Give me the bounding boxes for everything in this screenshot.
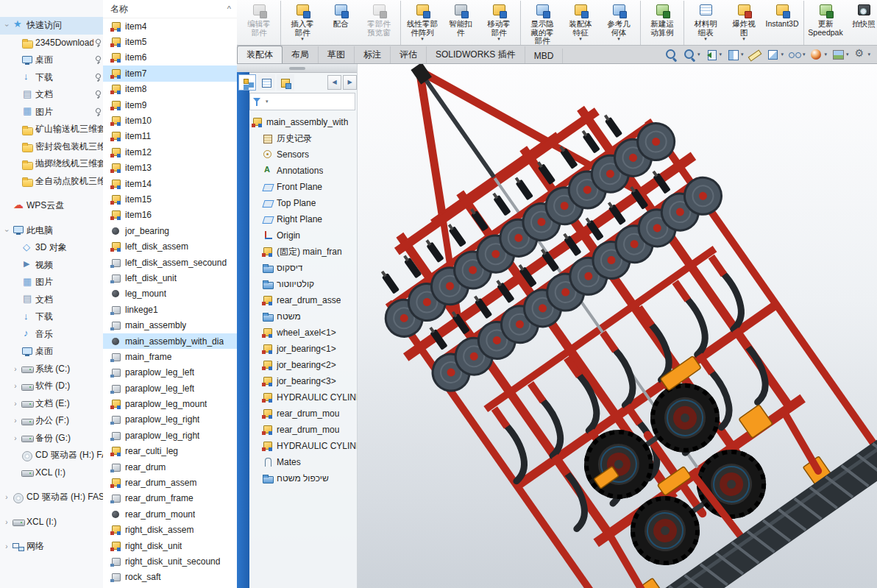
file-row[interactable]: right_disk_unit <box>103 538 237 553</box>
file-row[interactable]: paraplow_leg_left <box>103 380 237 396</box>
file-list-header[interactable]: 名称 ^ <box>103 0 237 18</box>
feature-tree-item[interactable]: ▸ Right Plane <box>249 211 357 227</box>
sort-indicator-icon[interactable]: ^ <box>227 4 231 13</box>
feature-tree-item[interactable]: ▸ jor_bearing<1> <box>249 341 357 357</box>
feature-tree-item[interactable]: ▸ Mates <box>249 454 357 470</box>
file-row[interactable]: item11 <box>103 129 237 144</box>
file-row[interactable]: item12 <box>103 144 237 160</box>
sidebar-item[interactable]: 图片 <box>0 104 103 121</box>
sidebar-item[interactable]: WPS云盘 <box>0 197 103 215</box>
file-row[interactable]: rear_drum <box>103 459 237 475</box>
file-row[interactable]: linkege1 <box>103 302 237 317</box>
expand-chevron-icon[interactable]: › <box>12 434 19 442</box>
headsup-button[interactable]: ▾ <box>807 48 829 62</box>
file-row[interactable]: item13 <box>103 160 237 176</box>
feature-tree-item[interactable]: ▸ (固定) main_fran <box>249 244 357 260</box>
feature-tree-item[interactable]: ▸ rear_drum_asse <box>249 292 357 308</box>
sidebar-item[interactable]: › 备份 (G:) <box>0 430 103 447</box>
sidebar-item[interactable]: 桌面 <box>0 52 103 69</box>
file-row[interactable]: soil <box>103 585 237 588</box>
sidebar-item[interactable]: › 软件 (D:) <box>0 378 103 395</box>
feature-tree-item[interactable]: ▸ Origin <box>249 227 357 244</box>
headsup-button[interactable]: ▾ <box>829 48 851 62</box>
sidebar-item[interactable]: 密封袋包装机三维 <box>0 138 103 156</box>
toolbar-button[interactable]: Instant3D ▾ <box>763 1 804 45</box>
file-row[interactable]: item9 <box>103 97 237 113</box>
tab-feature-tree[interactable] <box>238 74 256 91</box>
sidebar-item[interactable]: › 网络 <box>0 538 103 556</box>
toolbar-button[interactable]: 拍快照 ▾ <box>845 1 877 45</box>
toolbar-button[interactable]: 移动零 部件 ▾ <box>480 1 521 45</box>
sidebar-item[interactable]: 文档 <box>0 291 103 309</box>
file-row[interactable]: leg_mount <box>103 286 237 302</box>
feature-tree-item[interactable]: ▸ Sensors <box>249 146 357 163</box>
toolbar-button[interactable]: 智能扣 件 ▾ <box>441 1 480 45</box>
toolbar-button[interactable]: 参考几 何体 ▾ <box>600 1 641 45</box>
sidebar-item[interactable]: XCL (I:) <box>0 464 103 482</box>
file-row[interactable]: item10 <box>103 113 237 128</box>
file-row[interactable]: rock_saft <box>103 570 237 585</box>
expand-chevron-icon[interactable]: › <box>3 493 10 501</box>
feature-tree-item[interactable]: ▸ wheel_axel<1> <box>249 325 357 341</box>
headsup-button[interactable]: ▾ <box>702 48 724 62</box>
feature-tree-item[interactable]: ▸ HYDRAULIC CYLIND <box>249 438 357 454</box>
toolbar-button[interactable]: 零部件 预览窗 ▾ <box>360 1 401 45</box>
sidebar-item[interactable]: › XCL (I:) <box>0 514 103 531</box>
file-row[interactable]: rear_drum_assem <box>103 475 237 490</box>
feature-tree-item[interactable]: ▸ jor_bearing<2> <box>249 357 357 373</box>
file-row[interactable]: right_disk_assem <box>103 523 237 538</box>
feature-tree-item[interactable]: ▸ HYDRAULIC CYLIND <box>249 389 357 405</box>
headsup-button[interactable]: ▾ <box>724 48 746 62</box>
sidebar-item[interactable]: › 办公 (F:) <box>0 412 103 430</box>
ribbon-tab[interactable]: 标注 <box>355 46 391 63</box>
file-row[interactable]: paraplow_leg_right <box>103 412 237 428</box>
toolbar-button[interactable]: 材料明 细表 ▾ <box>686 1 725 45</box>
sidebar-item[interactable]: 全自动点胶机三维 <box>0 173 103 191</box>
file-row[interactable]: rear_drum_frame <box>103 491 237 506</box>
feature-tree-item[interactable]: ▸ Top Plane <box>249 195 357 211</box>
sidebar-item[interactable]: › 此电脑 <box>0 222 103 240</box>
expand-chevron-icon[interactable]: › <box>3 542 10 550</box>
file-row[interactable]: paraplow_leg_left <box>103 365 237 380</box>
feature-tree-item[interactable]: ▸ jor_bearing<3> <box>249 373 357 389</box>
sidebar-item[interactable]: › 系统 (C:) <box>0 361 103 378</box>
feature-tree-filter[interactable]: ▾ <box>249 93 355 110</box>
sidebar-item[interactable]: 3D 对象 <box>0 239 103 257</box>
sidebar-item[interactable]: › 文档 (E:) <box>0 395 103 413</box>
toolbar-button[interactable]: 更新 Speedpak ▾ <box>806 1 845 45</box>
sidebar-item[interactable]: 下载 <box>0 69 103 87</box>
expand-chevron-icon[interactable]: › <box>12 382 19 390</box>
feature-tree-item[interactable]: ▸ דיסקוס <box>249 260 357 276</box>
toolbar-button[interactable]: 显示隐 藏的零 部件 ▾ <box>523 1 561 45</box>
feature-tree-item[interactable]: ▸ Front Plane <box>249 179 357 195</box>
sidebar-item[interactable]: CD 驱动器 (H:) FAS <box>0 447 103 464</box>
column-header-name[interactable]: 名称 <box>110 3 128 15</box>
expand-chevron-icon[interactable]: › <box>3 518 10 526</box>
feature-tree-item[interactable]: ▸ 历史记录 <box>249 130 357 146</box>
toolbar-button[interactable]: 线性零部 件阵列 ▾ <box>403 1 441 45</box>
file-row[interactable]: item16 <box>103 208 237 223</box>
headsup-button[interactable]: ▾ <box>851 48 873 62</box>
sidebar-item[interactable]: 抛掷绕线机三维套图 <box>0 155 103 173</box>
file-row[interactable]: rear_drum_mount <box>103 506 237 522</box>
ribbon-tab[interactable]: 布局 <box>283 46 319 63</box>
expand-chevron-icon[interactable]: › <box>12 417 19 425</box>
headsup-button[interactable]: ▾ <box>764 48 786 62</box>
sidebar-item[interactable]: 文档 <box>0 86 103 104</box>
file-row[interactable]: item14 <box>103 176 237 191</box>
expand-chevron-icon[interactable]: › <box>3 22 11 29</box>
toolbar-button[interactable]: 配合 ▾ <box>322 1 360 45</box>
sidebar-item[interactable]: 2345Download <box>0 35 103 52</box>
expand-chevron-icon[interactable]: › <box>12 365 19 373</box>
ribbon-tab[interactable]: 评估 <box>391 46 427 63</box>
file-row[interactable]: main_frame <box>103 349 237 364</box>
expand-chevron-icon[interactable]: › <box>3 227 11 234</box>
file-row[interactable]: right_disk_unit_secound <box>103 553 237 569</box>
file-row[interactable]: paraplow_leg_mount <box>103 396 237 411</box>
toolbar-button[interactable]: 爆炸视 图 ▾ <box>725 1 763 45</box>
feature-tree-item[interactable]: ▸ Annotations <box>249 163 357 179</box>
sidebar-item[interactable]: 音乐 <box>0 326 103 344</box>
headsup-button[interactable]: ▾ <box>662 48 681 62</box>
file-row[interactable]: paraplow_leg_right <box>103 428 237 443</box>
file-row[interactable]: left_disk_assem_secound <box>103 255 237 270</box>
